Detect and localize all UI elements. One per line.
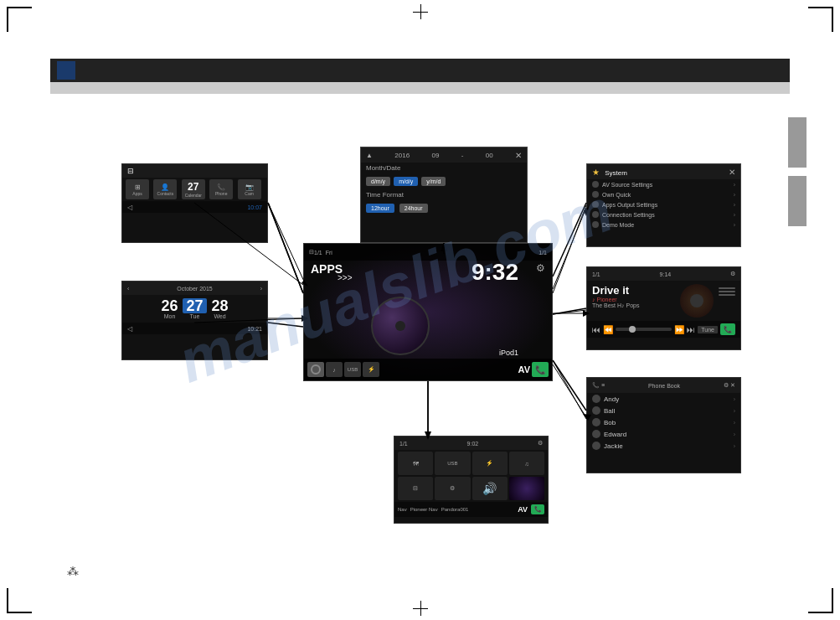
system-close-button[interactable]: ✕	[729, 168, 735, 177]
drive-phone-icon[interactable]: 📞	[720, 323, 735, 335]
main-bottom-bar: ♪ USB ⚡ AV 📞	[304, 359, 552, 380]
corner-mark-tl	[7, 7, 32, 32]
calendar-time: 10:21	[247, 326, 262, 332]
source-icon-usb[interactable]: USB	[344, 362, 361, 377]
menu-icon-quick	[592, 191, 599, 198]
menu-label-demo: Demo Mode	[602, 222, 634, 228]
bs-icon-settings1[interactable]: ⊟	[398, 477, 433, 500]
menu-label-av: AV Source Settings	[602, 182, 652, 188]
format-24h-button[interactable]: 24hour	[399, 204, 428, 213]
bs-icon-usb[interactable]: USB	[435, 452, 470, 475]
main-apps-arrow[interactable]: >>>	[338, 273, 353, 282]
contact-icon-bob	[592, 418, 600, 426]
cal-day-num-28: 28	[212, 298, 229, 313]
star-icon: ★	[592, 168, 600, 177]
bs-icon-bt[interactable]: ⚡	[472, 452, 508, 475]
system-menu-connection[interactable]: Connection Settings ›	[587, 209, 740, 220]
cross-mark-top	[413, 4, 428, 19]
bs-phone-icon[interactable]: 📞	[531, 504, 544, 514]
menu-label-quick: Own Quick	[602, 192, 631, 198]
calendar-day-wed: 28 Wed	[212, 298, 229, 319]
source-icon-bluetooth[interactable]: ⚡	[363, 362, 379, 377]
pb-contact-bob[interactable]: Bob ›	[587, 416, 740, 428]
contact-name-jackie: Jackie	[604, 442, 623, 450]
bottom-screen-av-label[interactable]: AV	[518, 505, 528, 514]
drive-menu-icon[interactable]	[719, 284, 735, 318]
calendar-screen: ‹ October 2015 › 26 Mon 27 Tue 28 Wed ◁ …	[121, 281, 268, 360]
app-icon-calendar[interactable]: 27 Calendar	[182, 179, 205, 199]
bottom-screen-top-bar: 1/1 9:02 ⚙	[394, 437, 548, 450]
system-menu-own-quick[interactable]: Own Quick ›	[587, 189, 740, 199]
phonebook-title: Phone Book	[648, 383, 680, 389]
bs-icon-vol[interactable]: 🔊	[472, 477, 508, 500]
drive-controls-bar: ⏮ ⏪ ⏩ ⏭ Tune 📞	[587, 321, 740, 338]
svg-line-6	[553, 360, 586, 411]
bs-icon-album[interactable]	[509, 477, 544, 500]
app-icon-apps[interactable]: ⊞ Apps	[126, 179, 149, 199]
svg-line-17	[268, 203, 306, 285]
drive-rewind-button[interactable]: ⏪	[603, 325, 613, 334]
sub-bar	[50, 82, 790, 94]
menu-arrow-quick: ›	[734, 192, 735, 198]
main-av-label[interactable]: AV	[518, 364, 530, 375]
date-format-ymd[interactable]: y/m/d	[421, 177, 446, 186]
pb-contact-andy[interactable]: Andy ›	[587, 393, 740, 405]
bs-icon-nav[interactable]: 🗺	[398, 452, 433, 475]
app-icon-camera[interactable]: 📷 Cam	[238, 179, 261, 199]
contact-arrow-edward: ›	[734, 431, 735, 437]
corner-mark-bl	[7, 588, 32, 613]
contact-icon-andy	[592, 395, 600, 403]
svg-line-5	[553, 308, 586, 314]
bs-icon-settings2[interactable]: ⚙	[435, 477, 470, 500]
bottom-screen-time: 9:02	[467, 441, 479, 447]
main-time: 9:32	[472, 259, 518, 286]
home-time: 10:07	[247, 204, 262, 210]
drive-tune-button[interactable]: Tune	[698, 326, 718, 333]
bs-icon-music[interactable]: ♫	[509, 452, 544, 475]
pb-contact-ball[interactable]: Ball ›	[587, 405, 740, 416]
system-top-bar: ★ System ✕	[587, 164, 740, 179]
main-phone-icon[interactable]: 📞	[532, 362, 549, 377]
cal-day-num-26: 26	[161, 298, 178, 313]
system-menu-av-source[interactable]: AV Source Settings ›	[587, 179, 740, 189]
time-format-label: Time Format	[366, 191, 404, 199]
format-12h-button[interactable]: 12hour	[366, 204, 394, 213]
footnote-symbol: ⁂	[67, 565, 80, 578]
corner-mark-tr	[808, 7, 833, 32]
system-menu-apps-output[interactable]: Apps Output Settings ›	[587, 199, 740, 209]
date-format-mdy[interactable]: m/d/y	[394, 177, 418, 186]
menu-icon-connection	[592, 211, 599, 218]
svg-line-1	[268, 203, 303, 293]
contact-icon-ball	[592, 406, 600, 415]
date-format-dmy[interactable]: d/m/y	[366, 177, 390, 186]
svg-line-2	[268, 323, 303, 327]
album-art	[371, 297, 430, 355]
main-date: 1/1	[314, 250, 322, 256]
side-tab-1	[788, 117, 807, 168]
album-art-drive	[680, 284, 714, 318]
system-menu-demo[interactable]: Demo Mode ›	[587, 220, 740, 230]
svg-line-0	[268, 203, 303, 293]
contact-icon-jackie	[592, 442, 600, 450]
drive-brand: ♪ Pioneer	[592, 297, 675, 302]
popup-day: 00	[486, 152, 493, 159]
drive-track: The Best H♪ Pops	[592, 302, 675, 308]
menu-icon-apps	[592, 201, 599, 208]
corner-mark-br	[808, 588, 833, 613]
pb-contact-jackie[interactable]: Jackie ›	[587, 440, 740, 452]
drive-ff-button[interactable]: ⏩	[674, 325, 684, 334]
drive-time: 9:14	[660, 271, 672, 277]
source-icon-record[interactable]	[307, 362, 324, 377]
pb-contact-edward[interactable]: Edward ›	[587, 428, 740, 440]
app-icon-contacts[interactable]: 👤 Contacts	[153, 179, 177, 199]
gear-icon[interactable]: ⚙	[536, 262, 545, 274]
drive-next-button[interactable]: ⏭	[687, 325, 695, 334]
source-icon-music[interactable]: ♪	[326, 362, 343, 377]
app-icon-phone[interactable]: 📞 Phone	[209, 179, 233, 199]
home-top-bar: ⊟	[122, 164, 267, 178]
popup-close-button[interactable]: ✕	[515, 151, 522, 160]
drive-prev-button[interactable]: ⏮	[592, 325, 600, 334]
contact-icon-edward	[592, 430, 600, 438]
popup-month: 09	[431, 152, 439, 159]
home-screen: ⊟ ⊞ Apps 👤 Contacts 27 Calendar 📞 Phone …	[121, 163, 268, 243]
